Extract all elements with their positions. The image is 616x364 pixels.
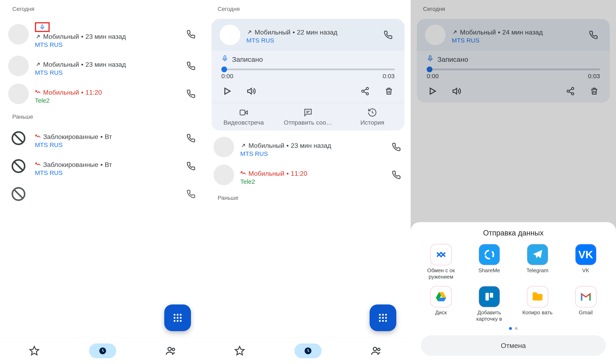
svg-rect-0: [42, 25, 43, 27]
call-button[interactable]: [390, 141, 403, 153]
dialpad-fab[interactable]: [370, 304, 396, 331]
carrier-label: Tele2: [240, 178, 390, 185]
carrier-label: MTS RUS: [246, 37, 382, 44]
call-details: Заблокированные•Вт: [35, 161, 185, 169]
nav-recents[interactable]: [68, 343, 137, 358]
blocked-icon: [8, 156, 29, 176]
call-button[interactable]: [185, 188, 197, 200]
outgoing-arrow-icon: [246, 29, 253, 35]
mic-icon: [39, 24, 46, 30]
carrier-label: MTS RUS: [35, 69, 185, 76]
avatar: [8, 56, 29, 76]
section-earlier: Раньше: [0, 108, 205, 124]
action-history[interactable]: История: [340, 103, 405, 130]
speaker-button: [450, 85, 462, 97]
share-copy[interactable]: Копиро вать: [513, 286, 562, 322]
share-trello[interactable]: Добавить карточку в: [465, 286, 513, 322]
call-row[interactable]: Заблокированные•Вт MTS RUS: [0, 152, 205, 180]
call-button: [587, 29, 600, 41]
share-nearby[interactable]: Обмен с ок ружением: [417, 244, 465, 280]
nearby-icon: [430, 244, 452, 265]
action-message[interactable]: Отправить соо…: [276, 103, 340, 130]
nav-contacts[interactable]: [342, 345, 411, 357]
shareme-icon: [479, 244, 500, 265]
playback-slider[interactable]: [221, 69, 395, 70]
svg-point-15: [172, 348, 175, 351]
screen-call-log: Сегодня Мобильный•23 мин назад MTS RUS: [0, 0, 205, 364]
blocked-icon: [8, 184, 29, 204]
svg-point-18: [362, 90, 364, 92]
call-row[interactable]: Мобильный•11:20 Tele2: [0, 80, 205, 108]
share-telegram[interactable]: Telegram: [513, 244, 562, 280]
avatar: [220, 25, 240, 45]
folder-icon: [527, 286, 548, 307]
call-row[interactable]: Мобильный•22 мин назад MTS RUS: [211, 19, 405, 51]
avatar: [213, 165, 234, 185]
call-details: Мобильный•24 мин назад: [452, 28, 587, 36]
call-row[interactable]: Заблокированные•Вт MTS RUS: [0, 124, 205, 152]
play-button[interactable]: [221, 85, 233, 97]
svg-point-17: [366, 88, 368, 90]
nav-contacts[interactable]: [137, 345, 205, 357]
svg-point-5: [177, 314, 179, 316]
svg-point-10: [174, 320, 176, 322]
call-button[interactable]: [185, 60, 197, 72]
carrier-label: MTS RUS: [35, 142, 185, 148]
call-button[interactable]: [185, 160, 197, 172]
action-video[interactable]: Видеовстреча: [211, 103, 276, 130]
mic-icon: [221, 55, 228, 64]
vk-icon: VK: [575, 244, 596, 265]
call-details: Мобильный•23 мин назад: [35, 61, 185, 68]
svg-point-23: [385, 314, 387, 316]
speaker-button[interactable]: [245, 85, 257, 97]
page-indicator: [417, 327, 610, 330]
nav-favorites[interactable]: [0, 346, 68, 356]
section-earlier: Раньше: [205, 189, 411, 205]
delete-button: [589, 85, 600, 97]
section-today: Сегодня: [411, 0, 616, 16]
bottom-nav: [0, 337, 205, 364]
call-button[interactable]: [185, 88, 197, 100]
call-button[interactable]: [390, 169, 403, 181]
share-button[interactable]: [359, 85, 371, 97]
share-gmail[interactable]: Gmail: [562, 286, 610, 322]
share-title: Отправка данных: [417, 229, 610, 237]
call-button[interactable]: [185, 28, 197, 40]
drive-icon: [430, 286, 452, 307]
nav-recents[interactable]: [274, 343, 342, 358]
call-row[interactable]: Мобильный•23 мин назад MTS RUS: [205, 133, 411, 161]
call-row: Мобильный•24 мин назад MTS RUS: [417, 19, 610, 51]
recording-header: Записано: [427, 55, 600, 64]
share-shareme[interactable]: ShareMe: [465, 244, 513, 280]
time-total: 0:03: [383, 73, 395, 80]
carrier-label: MTS RUS: [35, 41, 185, 48]
svg-rect-16: [224, 56, 226, 59]
section-today: Сегодня: [0, 0, 205, 16]
recording-header: Записано: [221, 55, 395, 64]
share-sheet: Отправка данных Обмен с ок ружением Shar…: [411, 222, 616, 364]
dialpad-fab[interactable]: [164, 304, 191, 331]
nav-favorites[interactable]: [205, 346, 274, 356]
recording-highlight: [35, 22, 50, 32]
svg-point-26: [385, 317, 387, 319]
time-current: 0:00: [427, 73, 439, 80]
svg-rect-37: [485, 293, 489, 300]
call-button[interactable]: [185, 132, 197, 144]
share-vk[interactable]: VK VK: [562, 244, 610, 280]
svg-point-27: [379, 320, 381, 322]
call-row[interactable]: Мобильный•11:20 Tele2: [205, 161, 411, 189]
call-row[interactable]: Мобильный•23 мин назад MTS RUS: [0, 16, 205, 52]
expanded-call-card: Мобильный•22 мин назад MTS RUS Записано …: [211, 19, 405, 130]
missed-call-icon: [240, 170, 246, 177]
bottom-nav: [205, 337, 411, 364]
call-row[interactable]: [0, 180, 205, 208]
call-button[interactable]: [382, 29, 394, 41]
call-row[interactable]: Мобильный•23 мин назад MTS RUS: [0, 52, 205, 80]
delete-button[interactable]: [383, 85, 395, 97]
cancel-button[interactable]: Отмена: [421, 335, 606, 356]
share-drive[interactable]: Диск: [417, 286, 465, 322]
missed-call-icon: [35, 162, 41, 168]
carrier-label: MTS RUS: [35, 169, 185, 176]
blocked-icon: [8, 128, 29, 148]
svg-point-7: [174, 317, 176, 319]
